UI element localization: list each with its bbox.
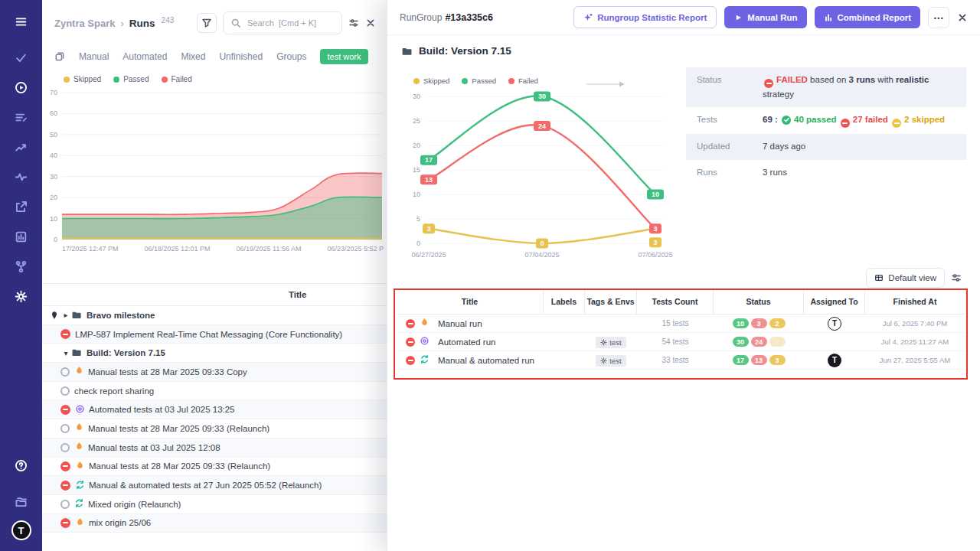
legend-skipped: Skipped xyxy=(64,75,101,83)
sidebar-bottom-icons xyxy=(0,455,42,512)
run-row[interactable]: Manual tests at 03 Jul 2025 12:08 xyxy=(42,439,387,458)
status-badges: 17133 xyxy=(714,355,804,365)
sidebar-item-milestones[interactable] xyxy=(0,132,42,162)
search-input[interactable] xyxy=(246,18,335,28)
caret-down-icon[interactable]: ▾ xyxy=(60,349,71,357)
sidebar-item-test-suites[interactable] xyxy=(0,103,42,132)
combined-report-label: Combined Report xyxy=(838,13,911,22)
group-info-panel: StatusFAILED based on 3 runs with realis… xyxy=(686,67,966,185)
run-title: LMP-587 Implement Real-Time Chat Messagi… xyxy=(75,330,342,339)
close-icon xyxy=(365,18,376,28)
neutral-status-icon xyxy=(60,424,70,433)
run-row[interactable]: Mixed origin (Relaunch) xyxy=(42,495,387,514)
zigzag-icon xyxy=(15,141,28,154)
assignee-avatar: T xyxy=(828,354,841,367)
table-settings-button[interactable] xyxy=(951,272,962,283)
run-row[interactable]: Automated tests at 03 Jul 2025 13:25 xyxy=(42,400,387,419)
tab-groups[interactable]: Groups xyxy=(276,51,306,62)
run-title: Mixed origin (Relaunch) xyxy=(88,500,181,509)
run-title: Manual tests at 03 Jul 2025 12:08 xyxy=(88,443,220,452)
env-pill[interactable]: test work xyxy=(320,49,368,64)
finished-at: Jun 27, 2025 5:55 AM xyxy=(865,356,965,364)
folder-icon xyxy=(401,45,413,57)
spiral-icon xyxy=(75,404,85,414)
default-view-button[interactable]: Default view xyxy=(866,268,945,288)
sidebar-item-menu[interactable] xyxy=(0,7,42,37)
runs-count-badge: 243 xyxy=(162,16,175,24)
run-row[interactable]: check report sharing xyxy=(42,382,387,401)
flame-icon xyxy=(75,517,85,527)
more-button[interactable]: ⋯ xyxy=(928,7,949,28)
sidebar-item-integrations[interactable] xyxy=(0,252,42,282)
cycle-icon xyxy=(74,498,84,508)
group-run-title: Manual & automated run xyxy=(438,356,534,365)
drawer-close-button[interactable] xyxy=(957,12,968,23)
svg-text:20: 20 xyxy=(413,142,420,149)
run-row[interactable]: Manual & automated tests at 27 Jun 2025 … xyxy=(42,476,387,495)
tab-automated[interactable]: Automated xyxy=(122,51,167,62)
combined-report-button[interactable]: Combined Report xyxy=(815,6,920,28)
svg-text:07/04/2025: 07/04/2025 xyxy=(524,251,559,259)
svg-text:0: 0 xyxy=(416,240,420,247)
rungroup-statistic-report-button[interactable]: Rungroup Statistic Report xyxy=(573,6,717,28)
run-row[interactable]: ▾Build: Version 7.15 xyxy=(42,344,387,363)
header-actions xyxy=(197,11,376,34)
sidebar-item-shared-steps[interactable] xyxy=(0,192,42,222)
count-badge: 24 xyxy=(751,337,767,347)
run-row[interactable]: Manual tests at 28 Mar 2025 09:33 (Relau… xyxy=(42,419,387,439)
svg-text:30: 30 xyxy=(538,93,546,100)
group-run-row[interactable]: Manual & automated runtest33 tests17133T… xyxy=(397,351,965,370)
sidebar-item-runs[interactable] xyxy=(0,73,42,103)
sidebar-item-tests[interactable] xyxy=(0,43,42,73)
group-run-row[interactable]: Manual run15 tests1032TJul 6, 2025 7:40 … xyxy=(397,315,965,333)
search-box[interactable] xyxy=(223,11,342,34)
group-run-title: Automated run xyxy=(438,337,495,347)
run-row[interactable]: Manual tests at 28 Mar 2025 09:33 Copy xyxy=(42,363,387,382)
flame-icon xyxy=(74,422,84,432)
tab-manual[interactable]: Manual xyxy=(79,51,109,62)
sidebar-item-projects[interactable] xyxy=(0,491,42,512)
svg-text:10: 10 xyxy=(652,191,659,198)
tag-pill: test xyxy=(596,337,626,348)
tab-mixed[interactable]: Mixed xyxy=(181,51,205,62)
caret-right-icon[interactable]: ▸ xyxy=(60,311,71,319)
tests-count: 33 tests xyxy=(637,356,714,364)
check-icon xyxy=(15,51,28,64)
neutral-status-icon xyxy=(60,386,70,396)
column-finished-at: Finished At xyxy=(865,289,965,314)
cycle-icon xyxy=(420,354,430,364)
manual-run-button[interactable]: Manual Run xyxy=(724,6,806,28)
svg-text:13: 13 xyxy=(425,176,433,184)
failed-status-icon xyxy=(60,481,70,491)
svg-text:30: 30 xyxy=(50,173,57,181)
sidebar-item-reports[interactable] xyxy=(0,222,42,252)
play-icon xyxy=(733,13,743,22)
table-view-icon xyxy=(874,273,884,282)
run-row[interactable]: LMP-587 Implement Real-Time Chat Messagi… xyxy=(42,325,387,344)
run-title: Manual tests at 28 Mar 2025 09:33 Copy xyxy=(88,367,247,377)
assignee-avatar: T xyxy=(828,317,841,331)
failed-status-icon xyxy=(841,119,850,128)
assigned-cell: T xyxy=(804,317,865,331)
status-badges: 3024 xyxy=(714,337,804,347)
columns-settings-button[interactable] xyxy=(348,18,359,28)
group-run-row[interactable]: Automated runtest54 tests3024Jul 4, 2025… xyxy=(397,333,965,351)
panel-close-button[interactable] xyxy=(365,18,376,28)
user-avatar[interactable]: T xyxy=(11,520,31,540)
column-tags-envs: Tags & Envs xyxy=(585,289,637,314)
tag-pill: test xyxy=(596,355,626,367)
sidebar-item-defects[interactable] xyxy=(0,162,42,192)
filter-button[interactable] xyxy=(197,13,217,33)
run-row[interactable]: Manual tests at 28 Mar 2025 09:33 (Relau… xyxy=(42,458,387,477)
tab-unfinished[interactable]: Unfinished xyxy=(219,51,263,62)
failed-status-icon xyxy=(406,356,415,365)
run-row[interactable]: mix origin 25/06 xyxy=(42,514,387,533)
folder-fill-icon xyxy=(71,309,82,320)
run-row[interactable]: ▸Bravo milestone xyxy=(42,306,387,325)
breadcrumb-page: Runs xyxy=(129,18,155,29)
breadcrumb-app[interactable]: Zyntra Spark xyxy=(54,18,115,29)
column-title: Title xyxy=(289,290,306,299)
views-icon[interactable] xyxy=(54,51,65,62)
sidebar-item-help[interactable] xyxy=(0,455,42,476)
sidebar-item-settings[interactable] xyxy=(0,282,42,311)
